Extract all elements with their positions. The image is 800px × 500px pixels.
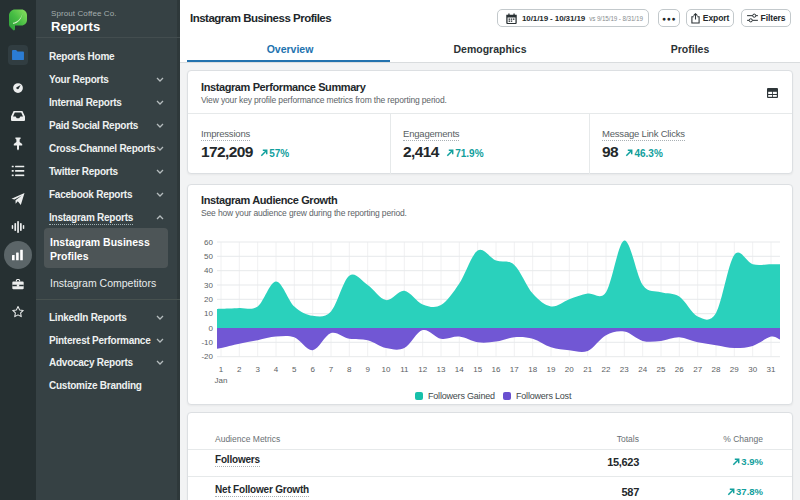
svg-text:18: 18 [528,365,537,374]
svg-text:24: 24 [638,365,647,374]
svg-text:8: 8 [347,365,352,374]
svg-text:60: 60 [204,238,213,247]
svg-text:3: 3 [255,365,260,374]
svg-text:-10: -10 [201,338,213,347]
svg-text:20: 20 [565,365,574,374]
svg-text:28: 28 [712,365,721,374]
svg-text:11: 11 [400,365,409,374]
svg-text:9: 9 [365,365,370,374]
svg-text:Jan: Jan [215,376,228,385]
svg-text:1: 1 [219,365,224,374]
svg-text:-20: -20 [201,352,213,361]
svg-text:25: 25 [657,365,666,374]
svg-text:20: 20 [204,295,213,304]
svg-text:17: 17 [510,365,519,374]
svg-text:14: 14 [455,365,464,374]
svg-text:7: 7 [329,365,334,374]
svg-text:12: 12 [418,365,427,374]
svg-text:16: 16 [492,365,501,374]
svg-text:26: 26 [675,365,684,374]
svg-text:29: 29 [730,365,739,374]
svg-text:5: 5 [292,365,297,374]
svg-text:4: 4 [274,365,279,374]
svg-text:13: 13 [437,365,446,374]
svg-text:10: 10 [204,309,213,318]
svg-text:23: 23 [620,365,629,374]
svg-text:2: 2 [237,365,242,374]
svg-text:40: 40 [204,266,213,275]
svg-text:0: 0 [209,324,214,333]
svg-text:10: 10 [382,365,391,374]
svg-text:22: 22 [602,365,611,374]
svg-text:19: 19 [547,365,556,374]
svg-text:30: 30 [748,365,757,374]
svg-text:15: 15 [473,365,482,374]
svg-text:21: 21 [583,365,592,374]
svg-text:27: 27 [693,365,702,374]
svg-text:6: 6 [310,365,315,374]
svg-text:50: 50 [204,252,213,261]
svg-text:31: 31 [767,365,776,374]
svg-text:30: 30 [204,281,213,290]
